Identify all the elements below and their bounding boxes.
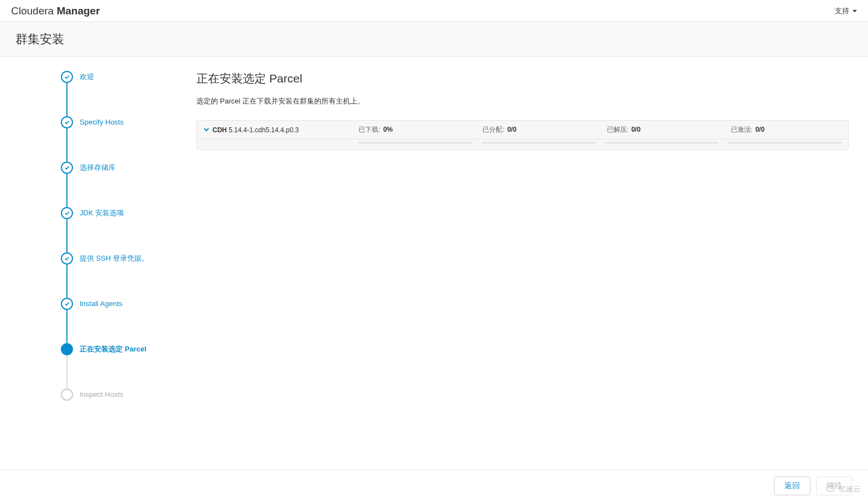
page-header: 群集安装	[0, 22, 868, 57]
distribute-label: 已分配:	[482, 126, 504, 133]
step-label: Inspect Hosts	[80, 389, 123, 400]
expand-toggle[interactable]	[204, 126, 209, 134]
progress-row	[197, 139, 848, 149]
content-title: 正在安装选定 Parcel	[196, 71, 849, 86]
step-label: 正在安装选定 Parcel	[80, 343, 147, 354]
unpack-stat: 已解压: 0/0	[600, 121, 724, 139]
step-icon	[61, 252, 73, 265]
download-label: 已下载:	[358, 126, 380, 133]
check-icon	[64, 120, 70, 125]
support-label: 支持	[835, 6, 849, 16]
activate-value: 0/0	[755, 126, 765, 133]
parcel-table: CDH 5.14.4-1.cdh5.14.4.p0.3 已下载: 0% 已分配:…	[196, 120, 849, 150]
distribute-progress	[481, 142, 595, 144]
progress-spacer	[204, 142, 358, 144]
unpack-label: 已解压:	[607, 126, 628, 133]
page-title: 群集安装	[15, 31, 853, 48]
chevron-down-icon	[204, 127, 209, 132]
step-icon	[61, 298, 73, 310]
step-icon	[61, 343, 73, 355]
wizard-line-pending	[66, 349, 67, 395]
wizard-step-1[interactable]: Specify Hosts	[61, 116, 177, 128]
brand-bold: Manager	[56, 5, 100, 17]
main-layout: 欢迎Specify Hosts选择存储库JDK 安装选项提供 SSH 登录凭据。…	[0, 57, 868, 444]
step-label: Install Agents	[80, 298, 122, 309]
support-dropdown[interactable]: 支持	[835, 6, 857, 16]
download-value: 0%	[383, 126, 393, 133]
brand-prefix: Cloudera	[11, 5, 56, 17]
wizard-step-7: Inspect Hosts	[61, 389, 177, 401]
step-icon	[61, 389, 73, 401]
content-area: 正在安装选定 Parcel 选定的 Parcel 正在下载并安装在群集的所有主机…	[177, 57, 868, 444]
step-icon	[61, 71, 73, 83]
wizard-step-2[interactable]: 选择存储库	[61, 162, 177, 174]
activate-progress	[727, 142, 841, 144]
wizard-step-5[interactable]: Install Agents	[61, 298, 177, 310]
activate-stat: 已激活: 0/0	[724, 121, 848, 139]
step-label: 选择存储库	[80, 162, 116, 173]
parcel-name-cell: CDH 5.14.4-1.cdh5.14.4.p0.3	[197, 121, 352, 139]
content-description: 选定的 Parcel 正在下载并安装在群集的所有主机上。	[196, 96, 849, 106]
step-label: 提供 SSH 登录凭据。	[80, 252, 149, 263]
step-icon	[61, 162, 73, 174]
wizard-step-6[interactable]: 正在安装选定 Parcel	[61, 343, 177, 355]
unpack-value: 0/0	[631, 126, 641, 133]
check-icon	[64, 74, 70, 80]
parcel-name-bold: CDH	[212, 126, 227, 134]
step-icon	[61, 116, 73, 128]
parcel-version: 5.14.4-1.cdh5.14.4.p0.3	[227, 126, 299, 134]
caret-down-icon	[853, 10, 857, 12]
check-icon	[64, 165, 70, 170]
unpack-progress	[605, 142, 719, 144]
activate-label: 已激活:	[731, 126, 752, 133]
wizard-sidebar: 欢迎Specify Hosts选择存储库JDK 安装选项提供 SSH 登录凭据。…	[0, 57, 177, 444]
distribute-stat: 已分配: 0/0	[476, 121, 600, 139]
wizard-step-3[interactable]: JDK 安装选项	[61, 207, 177, 219]
distribute-value: 0/0	[507, 126, 517, 133]
parcel-name-text: CDH 5.14.4-1.cdh5.14.4.p0.3	[212, 126, 299, 134]
step-label: JDK 安装选项	[80, 207, 124, 218]
download-stat: 已下载: 0%	[352, 121, 476, 139]
parcel-row: CDH 5.14.4-1.cdh5.14.4.p0.3 已下载: 0% 已分配:…	[197, 121, 848, 139]
brand-logo: Cloudera Manager	[11, 5, 100, 17]
check-icon	[64, 301, 70, 307]
step-icon	[61, 207, 73, 219]
wizard-step-4[interactable]: 提供 SSH 登录凭据。	[61, 252, 177, 265]
check-icon	[64, 210, 70, 216]
wizard-step-0[interactable]: 欢迎	[61, 71, 177, 83]
top-bar: Cloudera Manager 支持	[0, 0, 868, 22]
step-label: 欢迎	[80, 71, 94, 82]
step-label: Specify Hosts	[80, 116, 123, 127]
check-icon	[64, 256, 70, 261]
download-progress	[358, 142, 472, 144]
